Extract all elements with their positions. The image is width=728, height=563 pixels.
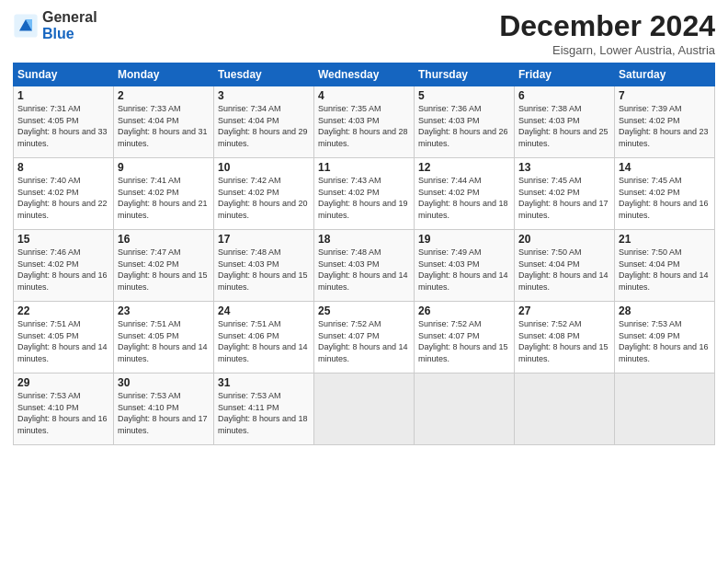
day-info: Sunrise: 7:35 AMSunset: 4:03 PMDaylight:… [318, 104, 408, 148]
day-number: 6 [518, 89, 610, 102]
day-info: Sunrise: 7:50 AMSunset: 4:04 PMDaylight:… [518, 247, 609, 292]
calendar-cell: 16Sunrise: 7:47 AMSunset: 4:02 PMDayligh… [114, 230, 214, 302]
day-number: 22 [17, 304, 109, 317]
calendar-cell [615, 373, 715, 445]
calendar-cell [415, 373, 515, 445]
calendar-cell: 23Sunrise: 7:51 AMSunset: 4:05 PMDayligh… [114, 302, 214, 373]
day-info: Sunrise: 7:53 AMSunset: 4:09 PMDaylight:… [619, 319, 709, 363]
day-number: 7 [619, 89, 711, 102]
day-info: Sunrise: 7:48 AMSunset: 4:03 PMDaylight:… [318, 247, 408, 292]
logo-blue: Blue [42, 26, 97, 42]
calendar-cell: 31Sunrise: 7:53 AMSunset: 4:11 PMDayligh… [214, 373, 314, 445]
calendar-cell: 13Sunrise: 7:45 AMSunset: 4:02 PMDayligh… [515, 158, 615, 230]
calendar-day-header: Friday [515, 63, 615, 86]
calendar-cell: 5Sunrise: 7:36 AMSunset: 4:03 PMDaylight… [415, 86, 515, 158]
calendar-week-row: 8Sunrise: 7:40 AMSunset: 4:02 PMDaylight… [14, 158, 715, 230]
calendar-day-header: Saturday [615, 63, 715, 86]
day-info: Sunrise: 7:38 AMSunset: 4:03 PMDaylight:… [518, 104, 609, 148]
calendar-day-header: Wednesday [314, 63, 415, 86]
calendar-cell: 6Sunrise: 7:38 AMSunset: 4:03 PMDaylight… [515, 86, 615, 158]
day-info: Sunrise: 7:51 AMSunset: 4:05 PMDaylight:… [118, 319, 208, 363]
day-info: Sunrise: 7:47 AMSunset: 4:02 PMDaylight:… [118, 247, 208, 292]
calendar-cell: 28Sunrise: 7:53 AMSunset: 4:09 PMDayligh… [615, 302, 715, 373]
day-number: 29 [17, 376, 109, 389]
calendar-day-header: Sunday [14, 63, 114, 86]
calendar-week-row: 22Sunrise: 7:51 AMSunset: 4:05 PMDayligh… [14, 302, 715, 373]
calendar-cell: 25Sunrise: 7:52 AMSunset: 4:07 PMDayligh… [314, 302, 415, 373]
day-info: Sunrise: 7:41 AMSunset: 4:02 PMDaylight:… [118, 176, 208, 220]
day-info: Sunrise: 7:45 AMSunset: 4:02 PMDaylight:… [619, 176, 709, 220]
day-number: 3 [218, 89, 310, 102]
day-info: Sunrise: 7:49 AMSunset: 4:03 PMDaylight:… [418, 247, 508, 292]
calendar-cell: 19Sunrise: 7:49 AMSunset: 4:03 PMDayligh… [415, 230, 515, 302]
day-number: 18 [318, 233, 410, 246]
day-number: 1 [17, 89, 109, 102]
day-info: Sunrise: 7:52 AMSunset: 4:08 PMDaylight:… [518, 319, 609, 363]
day-info: Sunrise: 7:31 AMSunset: 4:05 PMDaylight:… [17, 104, 108, 148]
calendar-week-row: 1Sunrise: 7:31 AMSunset: 4:05 PMDaylight… [14, 86, 715, 158]
calendar-cell: 20Sunrise: 7:50 AMSunset: 4:04 PMDayligh… [515, 230, 615, 302]
calendar-cell: 4Sunrise: 7:35 AMSunset: 4:03 PMDaylight… [314, 86, 415, 158]
calendar-container: General Blue December 2024 Eisgarn, Lowe… [0, 0, 728, 563]
calendar-cell: 12Sunrise: 7:44 AMSunset: 4:02 PMDayligh… [415, 158, 515, 230]
calendar-day-header: Tuesday [214, 63, 314, 86]
day-info: Sunrise: 7:44 AMSunset: 4:02 PMDaylight:… [418, 176, 508, 220]
day-info: Sunrise: 7:51 AMSunset: 4:06 PMDaylight:… [218, 319, 308, 363]
day-number: 25 [318, 304, 410, 317]
day-number: 4 [318, 89, 410, 102]
calendar-week-row: 29Sunrise: 7:53 AMSunset: 4:10 PMDayligh… [14, 373, 715, 445]
calendar-table: SundayMondayTuesdayWednesdayThursdayFrid… [13, 63, 715, 445]
day-info: Sunrise: 7:43 AMSunset: 4:02 PMDaylight:… [318, 176, 408, 220]
day-info: Sunrise: 7:45 AMSunset: 4:02 PMDaylight:… [518, 176, 609, 220]
calendar-cell: 22Sunrise: 7:51 AMSunset: 4:05 PMDayligh… [14, 302, 114, 373]
day-number: 2 [118, 89, 210, 102]
day-info: Sunrise: 7:50 AMSunset: 4:04 PMDaylight:… [619, 247, 709, 292]
logo: General Blue [13, 9, 97, 41]
day-info: Sunrise: 7:40 AMSunset: 4:02 PMDaylight:… [17, 176, 108, 220]
logo-text: General Blue [42, 9, 97, 41]
day-number: 24 [218, 304, 310, 317]
day-info: Sunrise: 7:52 AMSunset: 4:07 PMDaylight:… [318, 319, 408, 363]
day-info: Sunrise: 7:53 AMSunset: 4:11 PMDaylight:… [218, 391, 308, 435]
day-info: Sunrise: 7:36 AMSunset: 4:03 PMDaylight:… [418, 104, 508, 148]
calendar-body: 1Sunrise: 7:31 AMSunset: 4:05 PMDaylight… [14, 86, 715, 445]
calendar-day-header: Thursday [415, 63, 515, 86]
day-info: Sunrise: 7:33 AMSunset: 4:04 PMDaylight:… [118, 104, 208, 148]
day-number: 31 [218, 376, 310, 389]
day-info: Sunrise: 7:46 AMSunset: 4:02 PMDaylight:… [17, 247, 108, 292]
logo-general: General [42, 9, 97, 26]
calendar-cell: 11Sunrise: 7:43 AMSunset: 4:02 PMDayligh… [314, 158, 415, 230]
day-number: 26 [418, 304, 510, 317]
logo-icon [13, 13, 39, 39]
calendar-cell: 29Sunrise: 7:53 AMSunset: 4:10 PMDayligh… [14, 373, 114, 445]
day-number: 19 [418, 233, 510, 246]
day-number: 28 [619, 304, 711, 317]
day-info: Sunrise: 7:34 AMSunset: 4:04 PMDaylight:… [218, 104, 308, 148]
calendar-day-header: Monday [114, 63, 214, 86]
day-number: 23 [118, 304, 210, 317]
calendar-cell: 18Sunrise: 7:48 AMSunset: 4:03 PMDayligh… [314, 230, 415, 302]
calendar-cell: 24Sunrise: 7:51 AMSunset: 4:06 PMDayligh… [214, 302, 314, 373]
calendar-cell: 10Sunrise: 7:42 AMSunset: 4:02 PMDayligh… [214, 158, 314, 230]
day-number: 10 [218, 161, 310, 174]
day-number: 11 [318, 161, 410, 174]
day-number: 20 [518, 233, 610, 246]
calendar-cell: 17Sunrise: 7:48 AMSunset: 4:03 PMDayligh… [214, 230, 314, 302]
day-number: 13 [518, 161, 610, 174]
calendar-cell: 8Sunrise: 7:40 AMSunset: 4:02 PMDaylight… [14, 158, 114, 230]
location: Eisgarn, Lower Austria, Austria [499, 43, 715, 57]
calendar-cell: 30Sunrise: 7:53 AMSunset: 4:10 PMDayligh… [114, 373, 214, 445]
day-info: Sunrise: 7:53 AMSunset: 4:10 PMDaylight:… [17, 391, 108, 435]
day-number: 15 [17, 233, 109, 246]
day-info: Sunrise: 7:48 AMSunset: 4:03 PMDaylight:… [218, 247, 308, 292]
day-number: 17 [218, 233, 310, 246]
day-number: 9 [118, 161, 210, 174]
calendar-cell: 1Sunrise: 7:31 AMSunset: 4:05 PMDaylight… [14, 86, 114, 158]
month-title: December 2024 [499, 9, 715, 43]
day-number: 16 [118, 233, 210, 246]
calendar-cell: 27Sunrise: 7:52 AMSunset: 4:08 PMDayligh… [515, 302, 615, 373]
day-number: 5 [418, 89, 510, 102]
day-number: 12 [418, 161, 510, 174]
day-info: Sunrise: 7:39 AMSunset: 4:02 PMDaylight:… [619, 104, 709, 148]
calendar-cell: 2Sunrise: 7:33 AMSunset: 4:04 PMDaylight… [114, 86, 214, 158]
